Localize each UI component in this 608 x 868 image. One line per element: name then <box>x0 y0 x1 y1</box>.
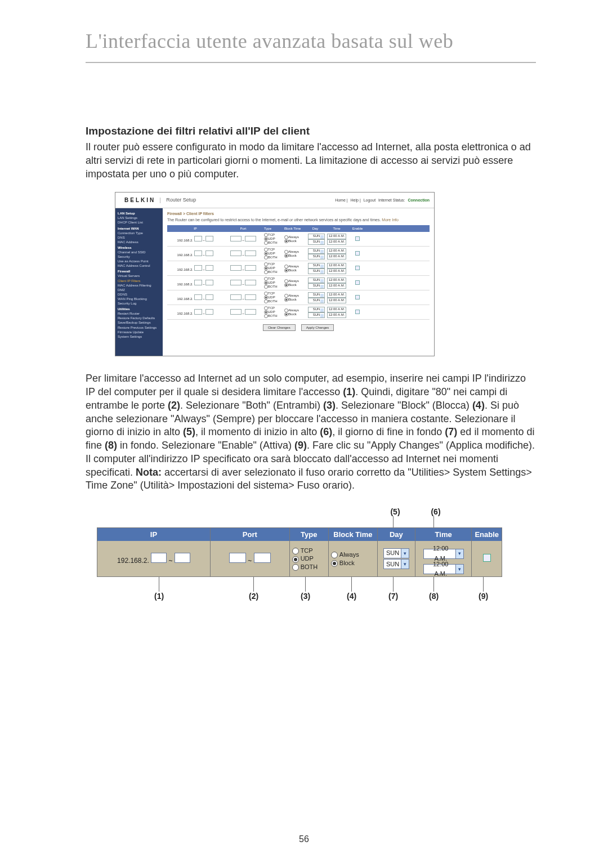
enable-checkbox[interactable] <box>355 310 360 314</box>
link-help[interactable]: Help <box>351 198 359 202</box>
sidebar-item[interactable]: Security <box>118 254 160 259</box>
time-end-select[interactable]: 12:00 A.M. <box>327 239 346 245</box>
port-start-input[interactable] <box>230 309 242 315</box>
time-start-select[interactable]: 12:00 A.M. <box>327 234 346 239</box>
clear-changes-button[interactable]: Clear Changes <box>263 324 296 331</box>
port-end-input[interactable] <box>245 309 256 315</box>
port-end-input[interactable] <box>245 250 256 256</box>
port-start-input[interactable] <box>230 265 242 271</box>
time-end-select[interactable]: 12:00 A.M. <box>327 269 346 274</box>
ip-start-input[interactable] <box>194 309 202 315</box>
port-start-input[interactable] <box>230 250 242 256</box>
day-start-select[interactable]: SUN▾ <box>383 548 409 558</box>
enable-checkbox[interactable] <box>355 251 360 256</box>
type-udp-radio[interactable] <box>264 281 268 285</box>
port-start-input[interactable] <box>230 236 242 241</box>
ip-start-input[interactable] <box>151 553 167 563</box>
sidebar-item[interactable]: Security Log <box>118 301 160 306</box>
bt-always-radio[interactable] <box>284 294 288 298</box>
time-end-select[interactable]: 12:00 A.M.▾ <box>423 564 464 574</box>
blocktime-always-radio[interactable]: Always <box>331 551 375 558</box>
type-udp-radio[interactable] <box>264 296 268 299</box>
type-both-radio[interactable]: BOTH <box>292 563 326 571</box>
sidebar-item[interactable]: Connection Type <box>118 231 160 235</box>
sidebar-item[interactable]: LAN Settings <box>118 216 160 220</box>
day-start-select[interactable]: SUN <box>308 234 325 239</box>
day-end-select[interactable]: SUN <box>308 269 325 274</box>
time-end-select[interactable]: 12:00 A.M. <box>327 312 346 318</box>
time-start-select[interactable]: 12:00 A.M. <box>327 263 346 269</box>
sidebar-item[interactable]: MAC Address Filtering <box>118 283 160 288</box>
type-udp-radio[interactable] <box>264 252 268 256</box>
type-tcp-radio[interactable] <box>264 277 268 281</box>
sidebar-item[interactable]: Virtual Servers <box>118 274 160 278</box>
blocktime-block-radio[interactable]: Block <box>331 559 375 567</box>
bt-always-radio[interactable] <box>284 265 288 269</box>
ip-start-input[interactable] <box>194 236 202 241</box>
day-start-select[interactable]: SUN <box>308 292 325 298</box>
sidebar-item[interactable]: Restart Router <box>118 311 160 316</box>
time-start-select[interactable]: 12:00 A.M. <box>327 307 346 312</box>
ip-start-input[interactable] <box>194 294 202 300</box>
sidebar-item[interactable]: System Settings <box>118 334 160 339</box>
type-udp-radio[interactable] <box>264 310 268 314</box>
port-start-input[interactable] <box>229 553 246 563</box>
port-end-input[interactable] <box>254 553 271 563</box>
day-start-select[interactable]: SUN <box>308 278 325 283</box>
enable-checkbox[interactable] <box>483 554 491 562</box>
bt-always-radio[interactable] <box>284 235 288 239</box>
bt-block-radio[interactable] <box>284 312 288 316</box>
day-start-select[interactable]: SUN <box>308 248 325 254</box>
sidebar-item[interactable]: DMZ <box>118 288 160 292</box>
type-both-radio[interactable] <box>264 285 268 289</box>
link-home[interactable]: Home <box>335 198 346 202</box>
time-start-select[interactable]: 12:00 A.M.▾ <box>423 549 464 559</box>
ip-start-input[interactable] <box>194 265 202 271</box>
sidebar-item[interactable]: Firmware Update <box>118 330 160 334</box>
type-both-radio[interactable] <box>264 314 268 318</box>
sidebar-item[interactable]: Use as Access Point <box>118 259 160 263</box>
day-end-select[interactable]: SUN <box>308 312 325 318</box>
ip-end-input[interactable] <box>205 250 213 256</box>
ip-end-input[interactable] <box>205 265 213 271</box>
sidebar-item[interactable]: Restore Factory Defaults <box>118 316 160 320</box>
type-both-radio[interactable] <box>264 270 268 274</box>
day-start-select[interactable]: SUN <box>308 307 325 312</box>
day-end-select[interactable]: SUN <box>308 298 325 303</box>
time-start-select[interactable]: 12:00 A.M. <box>327 292 346 298</box>
sidebar-item[interactable]: Restore Previous Settings <box>118 325 160 330</box>
type-both-radio[interactable] <box>264 299 268 303</box>
day-end-select[interactable]: SUN <box>308 254 325 259</box>
sidebar-item[interactable]: MAC Address Control <box>118 263 160 268</box>
bt-always-radio[interactable] <box>284 308 288 312</box>
sidebar-item[interactable]: DHCP Client List <box>118 220 160 225</box>
day-end-select[interactable]: SUN <box>308 239 325 245</box>
day-start-select[interactable]: SUN <box>308 263 325 269</box>
bt-block-radio[interactable] <box>284 298 288 302</box>
time-start-select[interactable]: 12:00 A.M. <box>327 248 346 254</box>
sidebar-item[interactable]: DNS <box>118 235 160 240</box>
type-tcp-radio[interactable] <box>264 262 268 266</box>
ip-start-input[interactable] <box>194 250 202 256</box>
sidebar-item[interactable]: Save/Backup Settings <box>118 320 160 325</box>
sidebar-item[interactable]: MAC Address <box>118 240 160 244</box>
apply-changes-button[interactable]: Apply Changes <box>301 324 334 331</box>
ip-end-input[interactable] <box>205 236 213 241</box>
type-both-radio[interactable] <box>264 241 268 245</box>
type-udp-radio[interactable] <box>264 237 268 241</box>
more-info-link[interactable]: More Info <box>382 218 399 222</box>
link-logout[interactable]: Logout <box>364 198 375 202</box>
bt-block-radio[interactable] <box>284 254 288 258</box>
sidebar-item[interactable]: WAN Ping Blocking <box>118 297 160 301</box>
port-end-input[interactable] <box>245 280 256 285</box>
ip-end-input[interactable] <box>175 553 190 563</box>
enable-checkbox[interactable] <box>355 280 360 285</box>
type-tcp-radio[interactable] <box>264 248 268 252</box>
bt-block-radio[interactable] <box>284 283 288 287</box>
time-end-select[interactable]: 12:00 A.M. <box>327 298 346 303</box>
enable-checkbox[interactable] <box>355 266 360 270</box>
type-tcp-radio[interactable] <box>264 292 268 296</box>
type-udp-radio[interactable] <box>264 266 268 270</box>
port-start-input[interactable] <box>230 294 242 300</box>
time-start-select[interactable]: 12:00 A.M. <box>327 278 346 283</box>
